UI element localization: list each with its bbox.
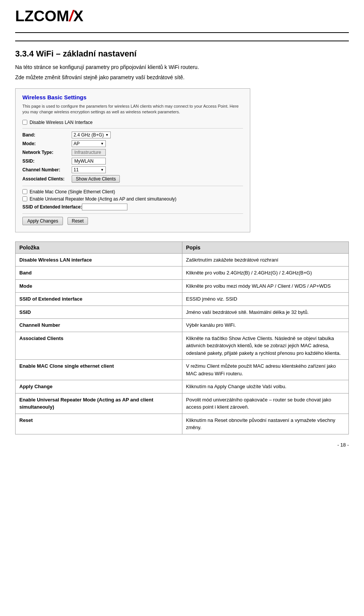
table-cell-desc: Zaškrtnutím zakážete bezdrátové rozhraní — [182, 253, 349, 266]
action-buttons-row: Apply Changes Reset — [22, 217, 243, 225]
table-row: SSID of Extended interface ESSID jméno v… — [16, 293, 349, 306]
table-cell-item: Enable MAC Clone single ethernet client — [16, 360, 182, 380]
mode-arrow-icon: ▼ — [100, 142, 104, 146]
mode-control: AP ▼ — [72, 140, 106, 147]
col-desc-header: Popis — [182, 241, 349, 253]
ssid-extended-label: SSID of Extended Interface: — [22, 204, 82, 210]
header-divider — [15, 41, 349, 41]
band-select[interactable]: 2.4 GHz (B+G) ▼ — [72, 132, 111, 138]
table-cell-item: Associated Clients — [16, 332, 182, 360]
table-cell-desc: Kliknutím na Reset obnovíte původní nast… — [182, 414, 349, 434]
table-row: Apply Change Kliknutím na Apply Change u… — [16, 380, 349, 393]
table-cell-desc: V režimu Client můžete použít MAC adresu… — [182, 360, 349, 380]
ssid-extended-input[interactable] — [82, 204, 127, 210]
table-header-row: Položka Popis — [16, 241, 349, 253]
panel-desc: This page is used to configure the param… — [22, 103, 243, 115]
mode-select[interactable]: AP ▼ — [72, 140, 106, 147]
table-cell-desc: Povolit mód univerzálního opakovače – ro… — [182, 393, 349, 414]
table-cell-desc: Výběr kanálu pro WiFi. — [182, 319, 349, 332]
logo-lz: LZ — [15, 8, 34, 25]
table-cell-item: Apply Change — [16, 380, 182, 393]
table-row: Disable Wireless LAN interface Zaškrtnut… — [16, 253, 349, 266]
table-row: SSID Jméno vaší bezdrátové sítě. Maximál… — [16, 306, 349, 319]
table-cell-item: Enable Universal Repeater Mode (Acting a… — [16, 393, 182, 414]
table-cell-item: Mode — [16, 279, 182, 293]
table-cell-desc: Klikněte pro volbu mezi módy WLAN AP / C… — [182, 279, 349, 293]
logo-a: X — [73, 8, 83, 25]
ssid-label: SSID: — [22, 158, 72, 164]
channel-label: Channel Number: — [22, 167, 72, 172]
table-cell-item: Disable Wireless LAN interface — [16, 253, 182, 266]
universal-repeater-row: Enable Universal Repeater Mode (Acting a… — [22, 196, 243, 202]
disable-wlan-label: Disable Wireless LAN Interface — [30, 120, 93, 125]
row-separator-2 — [22, 186, 243, 186]
mac-clone-checkbox[interactable] — [22, 189, 27, 194]
logo-m: M — [56, 8, 69, 25]
row-separator-1 — [22, 128, 243, 129]
reset-button[interactable]: Reset — [67, 217, 88, 225]
ssid-extended-control — [82, 204, 127, 210]
ssid-input[interactable]: MyWLAN — [72, 158, 106, 165]
mode-row: Mode: AP ▼ — [22, 140, 243, 147]
mode-label: Mode: — [22, 141, 72, 146]
table-row: Channell Number Výběr kanálu pro WiFi. — [16, 319, 349, 332]
table-cell-desc: Klikněte pro volbu 2.4GHz(B) / 2.4GHz(G)… — [182, 266, 349, 280]
wireless-settings-panel: Wireless Basic Settings This page is use… — [15, 88, 250, 232]
universal-repeater-checkbox[interactable] — [22, 196, 27, 201]
logo-area: LZCOM/X — [15, 8, 349, 33]
band-row: Band: 2.4 GHz (B+G) ▼ — [22, 132, 243, 138]
table-row: Associated Clients Klikněte na tlačítko … — [16, 332, 349, 360]
band-label: Band: — [22, 132, 72, 138]
page-number: - 18 - — [15, 442, 349, 448]
col-item-header: Položka — [16, 241, 182, 253]
network-type-value: Infrastructure — [72, 149, 106, 156]
table-cell-desc: ESSID jméno viz. SSID — [182, 293, 349, 306]
network-type-control: Infrastructure — [72, 149, 106, 156]
table-cell-item: Channell Number — [16, 319, 182, 332]
table-cell-item: Reset — [16, 414, 182, 434]
universal-repeater-label: Enable Universal Repeater Mode (Acting a… — [30, 196, 176, 202]
assoc-clients-row: Associated Clients: Show Active Clients — [22, 175, 243, 183]
network-type-label: Network Type: — [22, 150, 72, 155]
section-title: 3.3.4 WiFi – základní nastavení — [15, 49, 349, 59]
table-cell-item: Band — [16, 266, 182, 280]
band-arrow-icon: ▼ — [105, 133, 109, 137]
table-row: Band Klikněte pro volbu 2.4GHz(B) / 2.4G… — [16, 266, 349, 280]
band-control: 2.4 GHz (B+G) ▼ — [72, 132, 111, 138]
channel-row: Channel Number: 11 ▼ — [22, 166, 243, 173]
mac-clone-row: Enable Mac Clone (Single Ethernet Client… — [22, 189, 243, 194]
table-cell-item: SSID — [16, 306, 182, 319]
disable-wlan-checkbox[interactable] — [22, 120, 27, 125]
table-cell-item: SSID of Extended interface — [16, 293, 182, 306]
ssid-extended-row: SSID of Extended Interface: — [22, 204, 243, 210]
mac-clone-label: Enable Mac Clone (Single Ethernet Client… — [30, 189, 115, 194]
table-row: Enable MAC Clone single ethernet client … — [16, 360, 349, 380]
logo: LZCOM/X — [15, 8, 349, 25]
table-row: Enable Universal Repeater Mode (Acting a… — [16, 393, 349, 414]
channel-control: 11 ▼ — [72, 166, 106, 173]
panel-title: Wireless Basic Settings — [22, 94, 243, 100]
apply-changes-button[interactable]: Apply Changes — [22, 217, 63, 225]
description-table: Položka Popis Disable Wireless LAN inter… — [15, 241, 349, 434]
table-cell-desc: Kliknutím na Apply Change uložíte Vaší v… — [182, 380, 349, 393]
table-row: Mode Klikněte pro volbu mezi módy WLAN A… — [16, 279, 349, 293]
channel-select[interactable]: 11 ▼ — [72, 166, 106, 173]
assoc-clients-control: Show Active Clients — [72, 175, 120, 183]
network-type-row: Network Type: Infrastructure — [22, 149, 243, 156]
disable-wlan-row: Disable Wireless LAN Interface — [22, 120, 243, 125]
logo-slash: / — [69, 8, 73, 25]
channel-arrow-icon: ▼ — [100, 168, 104, 172]
assoc-clients-label: Associated Clients: — [22, 176, 72, 182]
intro-text-1: Na této stránce se konfigurují parametry… — [15, 63, 349, 71]
table-cell-desc: Klikněte na tlačítko Show Active Clients… — [182, 332, 349, 360]
intro-text-2: Zde můžete změnit šifrování stejně jako … — [15, 74, 349, 82]
row-separator-3 — [22, 213, 243, 214]
ssid-control: MyWLAN — [72, 158, 106, 165]
show-active-clients-button[interactable]: Show Active Clients — [72, 175, 120, 183]
table-row: Reset Kliknutím na Reset obnovíte původn… — [16, 414, 349, 434]
logo-co: CO — [34, 8, 56, 25]
table-cell-desc: Jméno vaší bezdrátové sítě. Maximální dé… — [182, 306, 349, 319]
ssid-row: SSID: MyWLAN — [22, 158, 243, 165]
